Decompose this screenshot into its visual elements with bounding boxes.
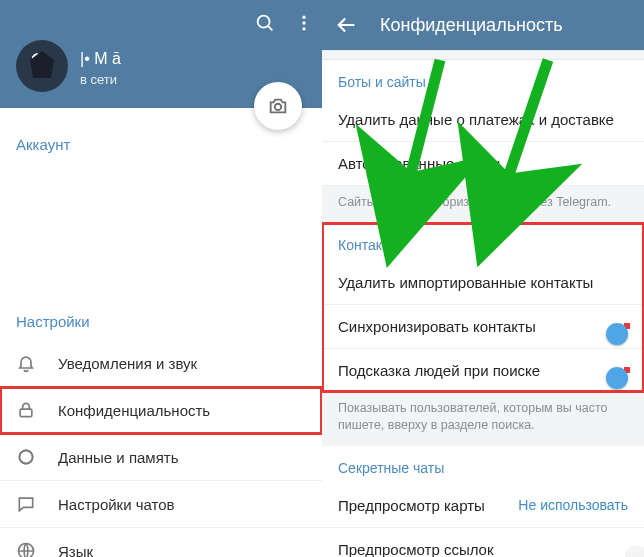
svg-point-5: [275, 104, 281, 110]
item-label: Авторизованные сайты: [338, 155, 500, 172]
svg-line-1: [268, 26, 272, 30]
section-secret: Секретные чаты: [322, 446, 644, 484]
svg-point-0: [258, 16, 270, 28]
item-delete-contacts[interactable]: Удалить импортированные контакты: [322, 261, 644, 305]
item-label: Уведомления и звук: [58, 355, 197, 372]
map-preview-value: Не использовать: [518, 497, 628, 513]
item-delete-payment[interactable]: Удалить данные о платежах и доставке: [322, 98, 644, 142]
camera-fab[interactable]: [254, 82, 302, 130]
section-bots: Боты и сайты: [322, 60, 644, 98]
item-label: Удалить данные о платежах и доставке: [338, 111, 614, 128]
data-icon: [16, 447, 38, 467]
more-icon[interactable]: [294, 13, 314, 33]
bots-note: Сайты, где вы авторизовались через Teleg…: [322, 186, 644, 223]
bell-icon: [16, 353, 38, 373]
chat-icon: [16, 494, 38, 514]
item-label: Конфиденциальность: [58, 402, 210, 419]
item-label: Данные и память: [58, 449, 179, 466]
item-label: Подсказка людей при поиске: [338, 362, 540, 379]
contacts-note: Показывать пользователей, которым вы час…: [322, 392, 644, 446]
svg-point-2: [302, 16, 305, 19]
profile-header: |• M ā в сети: [0, 0, 322, 108]
item-label: Язык: [58, 543, 93, 558]
item-map-preview[interactable]: Предпросмотр карты Не использовать: [322, 484, 644, 528]
item-label: Предпросмотр ссылок: [338, 541, 494, 557]
item-privacy[interactable]: Конфиденциальность: [0, 387, 322, 434]
item-label: Синхронизировать контакты: [338, 318, 536, 335]
avatar[interactable]: [16, 40, 68, 92]
item-language[interactable]: Язык: [0, 528, 322, 557]
item-label: Удалить импортированные контакты: [338, 274, 593, 291]
settings-main-screen: |• M ā в сети Аккаунт Настройки Уведомле…: [0, 0, 322, 557]
item-link-preview[interactable]: Предпросмотр ссылок: [322, 528, 644, 557]
search-icon[interactable]: [254, 12, 276, 34]
item-data[interactable]: Данные и память: [0, 434, 322, 481]
user-status: в сети: [80, 72, 117, 87]
privacy-screen: Конфиденциальность Боты и сайты Удалить …: [322, 0, 644, 557]
item-notifications[interactable]: Уведомления и звук: [0, 340, 322, 387]
user-name: |• M ā: [80, 50, 121, 68]
item-chat[interactable]: Настройки чатов: [0, 481, 322, 528]
item-suggest-contacts[interactable]: Подсказка людей при поиске: [322, 349, 644, 392]
privacy-title: Конфиденциальность: [380, 15, 563, 36]
globe-icon: [16, 541, 38, 557]
item-label: Предпросмотр карты: [338, 497, 485, 514]
item-sync-contacts[interactable]: Синхронизировать контакты: [322, 305, 644, 349]
svg-point-4: [302, 27, 305, 30]
svg-rect-6: [20, 409, 32, 417]
section-contacts: Контакты: [322, 223, 644, 261]
svg-point-3: [302, 21, 305, 24]
privacy-header: Конфиденциальность: [322, 0, 644, 50]
lock-icon: [16, 400, 38, 420]
item-auth-sites[interactable]: Авторизованные сайты: [322, 142, 644, 186]
contacts-block: Контакты Удалить импортированные контакт…: [322, 223, 644, 392]
section-settings: Настройки: [0, 293, 322, 340]
item-label: Настройки чатов: [58, 496, 175, 513]
back-icon[interactable]: [336, 14, 358, 36]
